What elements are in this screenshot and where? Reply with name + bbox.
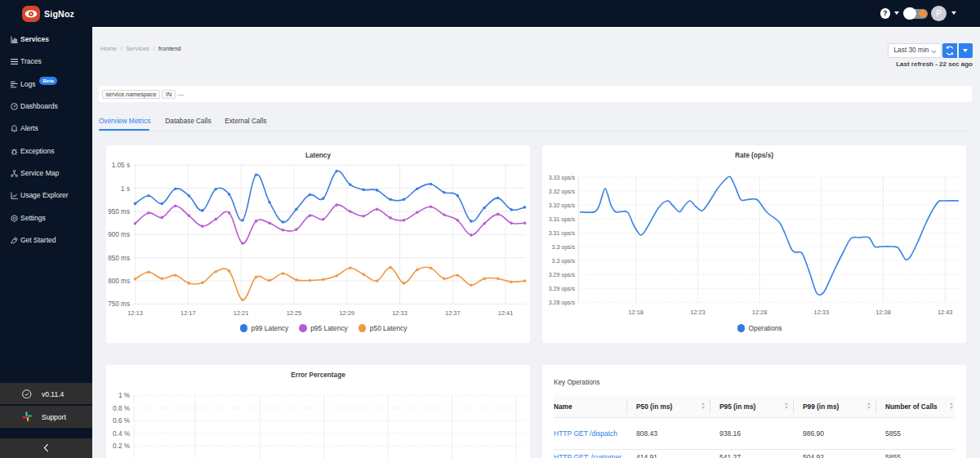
svg-text:3.29 ops/s: 3.29 ops/s [549, 272, 576, 278]
svg-text:12:23: 12:23 [690, 309, 706, 316]
svg-text:3.29 ops/s: 3.29 ops/s [549, 286, 576, 292]
svg-text:0.8 %: 0.8 % [113, 405, 130, 412]
svg-text:12:33: 12:33 [392, 309, 408, 317]
svg-text:950 ms: 950 ms [108, 208, 130, 216]
svg-text:12:13: 12:13 [127, 309, 143, 317]
svg-text:0.6 %: 0.6 % [113, 417, 130, 425]
svg-text:0.4 %: 0.4 % [113, 430, 130, 438]
svg-text:12:21: 12:21 [234, 309, 249, 317]
svg-text:3.3 ops/s: 3.3 ops/s [552, 258, 576, 265]
svg-text:12:28: 12:28 [752, 309, 768, 316]
svg-text:3.33 ops/s: 3.33 ops/s [549, 175, 576, 181]
svg-text:900 ms: 900 ms [108, 231, 130, 238]
svg-text:12:38: 12:38 [875, 309, 891, 316]
svg-text:800 ms: 800 ms [108, 278, 130, 285]
svg-text:12:29: 12:29 [339, 309, 354, 317]
svg-text:1.05 s: 1.05 s [112, 162, 130, 169]
svg-text:3.28 ops/s: 3.28 ops/s [549, 300, 576, 306]
svg-text:750 ms: 750 ms [108, 300, 130, 308]
svg-text:3.32 ops/s: 3.32 ops/s [549, 202, 576, 209]
svg-text:12:25: 12:25 [287, 309, 302, 317]
svg-text:12:37: 12:37 [445, 309, 461, 317]
svg-text:12:43: 12:43 [938, 309, 953, 316]
svg-text:3.32 ops/s: 3.32 ops/s [549, 189, 576, 195]
svg-text:3.31 ops/s: 3.31 ops/s [549, 230, 576, 237]
svg-text:12:18: 12:18 [628, 309, 644, 316]
svg-text:1 s: 1 s [121, 185, 130, 193]
svg-text:3.3 ops/s: 3.3 ops/s [552, 244, 576, 251]
svg-text:850 ms: 850 ms [108, 255, 130, 262]
svg-text:12:33: 12:33 [814, 309, 830, 316]
svg-text:1 %: 1 % [118, 392, 130, 399]
svg-text:12:17: 12:17 [180, 309, 196, 317]
svg-text:3.31 ops/s: 3.31 ops/s [549, 216, 576, 223]
svg-text:0.2 %: 0.2 % [113, 442, 130, 450]
svg-text:12:41: 12:41 [498, 309, 514, 317]
